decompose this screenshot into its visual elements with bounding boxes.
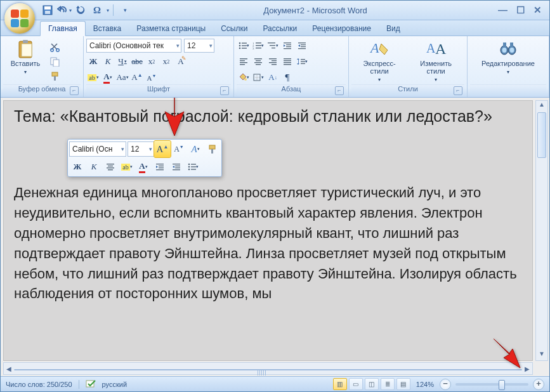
line-spacing-button[interactable]: ▾: [295, 55, 309, 69]
strike-button[interactable]: abc: [130, 55, 144, 69]
minimize-button[interactable]: —: [498, 4, 507, 16]
font-family-combo[interactable]: Calibri (Основной тек▾: [86, 39, 181, 53]
tab-view[interactable]: Вид: [379, 22, 408, 36]
app-title: Документ2 - Microsoft Word: [133, 6, 498, 15]
svg-rect-33: [301, 46, 306, 47]
align-center-button[interactable]: [251, 55, 265, 69]
sort-button[interactable]: A↓: [266, 70, 280, 84]
tab-home[interactable]: Главная: [40, 21, 86, 36]
mini-indent-decrease-button[interactable]: [152, 159, 168, 175]
clipboard-dialog-launcher[interactable]: ⌐: [70, 86, 79, 95]
svg-rect-23: [256, 48, 261, 48]
show-marks-button[interactable]: ¶: [280, 70, 294, 84]
zoom-level[interactable]: 124%: [416, 381, 434, 388]
view-print-layout-button[interactable]: ▥: [333, 378, 347, 390]
vertical-scrollbar[interactable]: ▲▼: [535, 100, 548, 361]
view-full-screen-button[interactable]: ▭: [349, 378, 363, 390]
zoom-out-button[interactable]: −: [440, 379, 451, 390]
qat-symbol-button[interactable]: Ω: [89, 3, 105, 17]
highlight-button[interactable]: ab▾: [86, 70, 100, 84]
proofing-icon[interactable]: [86, 379, 96, 389]
mini-bold-button[interactable]: Ж: [69, 159, 86, 175]
justify-button[interactable]: [280, 55, 294, 69]
view-web-layout-button[interactable]: ◫: [365, 378, 379, 390]
mini-align-center-button[interactable]: [102, 159, 119, 175]
paste-button[interactable]: Вставить▾: [3, 37, 48, 77]
change-styles-button[interactable]: AA Изменить стили▾: [407, 37, 464, 84]
qat-repeat-button[interactable]: [73, 3, 88, 17]
underline-button[interactable]: Ч▾: [115, 55, 129, 69]
quick-styles-button[interactable]: A Экспресс-стили▾: [351, 37, 407, 84]
borders-button[interactable]: ▾: [251, 70, 265, 84]
mini-font-color-button[interactable]: A▾: [135, 159, 152, 175]
mini-styles-button[interactable]: A▾: [187, 141, 204, 157]
change-case-button[interactable]: Aa▾: [115, 70, 129, 84]
mini-shrink-font-button[interactable]: A▼: [171, 141, 187, 157]
mini-font-family-combo[interactable]: Calibri (Осн▾: [69, 141, 126, 157]
paragraph-dialog-launcher[interactable]: ⌐: [335, 86, 344, 95]
format-painter-button[interactable]: [48, 69, 62, 83]
tab-mailings[interactable]: Рассылки: [255, 22, 304, 36]
superscript-button[interactable]: x2: [159, 55, 173, 69]
mini-bullets-button[interactable]: ▾: [185, 159, 201, 175]
italic-button[interactable]: К: [101, 55, 115, 69]
qat-customize-button[interactable]: ▾: [117, 3, 133, 17]
tab-review[interactable]: Рецензирование: [304, 22, 379, 36]
zoom-slider[interactable]: [455, 383, 528, 386]
svg-rect-73: [108, 169, 113, 170]
bullets-button[interactable]: ▾: [237, 39, 251, 53]
numbering-button[interactable]: 123▾: [251, 39, 265, 53]
shading-button[interactable]: ▾: [237, 70, 251, 84]
mini-format-painter-button[interactable]: [204, 141, 220, 157]
horizontal-scrollbar[interactable]: ◀▶: [3, 362, 533, 375]
svg-rect-53: [301, 61, 305, 62]
zoom-in-button[interactable]: +: [533, 379, 544, 390]
mini-indent-increase-button[interactable]: [168, 159, 185, 175]
clear-formatting-button[interactable]: A✎: [174, 55, 188, 69]
language-label[interactable]: русский: [102, 381, 127, 388]
document-page[interactable]: Тема: «Квантовый пограслой: кедровый стл…: [3, 100, 533, 361]
word-count[interactable]: Число слов: 250/250: [6, 381, 72, 388]
change-styles-label: Изменить стили: [420, 60, 452, 75]
multilevel-button[interactable]: ▾: [266, 39, 280, 53]
mini-highlight-button[interactable]: ab▾: [119, 159, 135, 175]
mini-font-size-combo[interactable]: 12▾: [128, 141, 154, 157]
window-controls: — ☐ ✕: [498, 4, 542, 16]
cut-button[interactable]: [48, 40, 62, 54]
bold-button[interactable]: Ж: [86, 55, 100, 69]
font-color-button[interactable]: A▾: [101, 70, 115, 84]
maximize-button[interactable]: ☐: [516, 4, 525, 16]
qat-save-button[interactable]: [40, 3, 55, 17]
indent-increase-button[interactable]: [295, 39, 309, 53]
align-left-button[interactable]: [237, 55, 251, 69]
view-draft-button[interactable]: ▤: [396, 378, 410, 390]
indent-decrease-button[interactable]: [280, 39, 294, 53]
document-body: Денежная единица многопланово просветляе…: [14, 183, 522, 304]
close-button[interactable]: ✕: [534, 4, 542, 16]
view-outline-button[interactable]: ≣: [381, 378, 395, 390]
tab-insert[interactable]: Вставка: [86, 22, 129, 36]
tab-layout[interactable]: Разметка страницы: [129, 22, 213, 36]
subscript-button[interactable]: x2: [145, 55, 159, 69]
grow-font-button[interactable]: A▲: [130, 70, 144, 84]
tab-references[interactable]: Ссылки: [213, 22, 255, 36]
font-size-combo[interactable]: 12▾: [184, 39, 214, 53]
mini-italic-button[interactable]: К: [86, 159, 102, 175]
qat-symbol-dropdown[interactable]: ▾: [107, 8, 109, 13]
qat-undo-button[interactable]: ▾: [56, 3, 72, 17]
copy-button[interactable]: [48, 55, 62, 69]
editing-button[interactable]: Редактирование▾: [478, 37, 539, 77]
mini-grow-font-button[interactable]: A▲: [154, 141, 171, 157]
title-bar: ▾ Ω ▾ ▾ Документ2 - Microsoft Word — ☐ ✕: [1, 1, 549, 20]
align-left-icon: [239, 57, 248, 66]
svg-rect-39: [254, 58, 262, 59]
styles-dialog-launcher[interactable]: ⌐: [454, 86, 462, 95]
vscroll-thumb[interactable]: [537, 112, 546, 158]
svg-rect-35: [240, 58, 247, 59]
shrink-font-button[interactable]: A▼: [145, 70, 159, 84]
zoom-slider-thumb[interactable]: [499, 380, 505, 390]
font-dialog-launcher[interactable]: ⌐: [220, 86, 229, 95]
align-right-button[interactable]: [266, 55, 280, 69]
office-button[interactable]: [4, 3, 35, 34]
svg-rect-17: [242, 48, 247, 48]
